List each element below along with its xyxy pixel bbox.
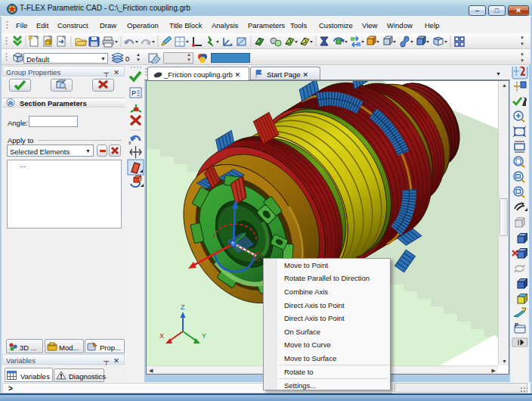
svg-text:Y: Y [202,332,206,340]
svg-text:x: x [128,140,131,145]
svg-text:X: X [159,332,164,340]
svg-text:P: P [131,89,136,97]
svg-text:Z: Z [181,303,185,311]
svg-text:P: P [515,322,519,328]
